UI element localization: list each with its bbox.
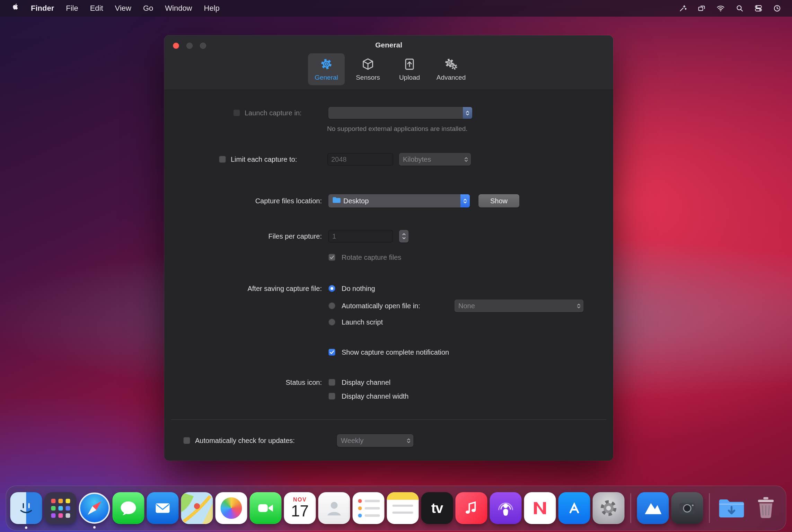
dock-icon-maps[interactable] (181, 492, 213, 524)
dock-icon-messages[interactable] (113, 492, 144, 524)
dock-icon-system-preferences[interactable] (593, 492, 625, 524)
dock-icon-calendar[interactable]: NOV 17 (284, 492, 316, 524)
dock-icon-music[interactable] (456, 492, 487, 524)
menu-go[interactable]: Go (137, 0, 159, 17)
dock-icon-reminders[interactable] (353, 492, 385, 524)
tab-advanced[interactable]: Advanced (433, 53, 469, 85)
display-channel-width-checkbox[interactable] (328, 393, 335, 400)
menu-help[interactable]: Help (198, 0, 226, 17)
launchpad-grid-icon (51, 499, 70, 518)
limit-capture-label: Limit each capture to: (231, 153, 297, 166)
open-file-in-radio[interactable] (328, 302, 335, 309)
limit-size-input[interactable] (327, 153, 393, 166)
show-button[interactable]: Show (478, 194, 519, 207)
dock-icon-podcasts[interactable] (490, 492, 522, 524)
control-center-icon[interactable] (749, 4, 768, 12)
menu-bar: Finder File Edit View Go Window Help (0, 0, 792, 17)
files-per-capture-stepper[interactable] (399, 230, 408, 242)
do-nothing-label: Do nothing (342, 282, 375, 295)
status-icon-label: Status icon: (164, 376, 322, 389)
launch-script-label: Launch script (342, 316, 383, 328)
dock-icon-notes[interactable] (387, 492, 419, 524)
launch-capture-select[interactable] (328, 107, 472, 119)
cube-icon (361, 57, 375, 72)
do-nothing-radio[interactable] (328, 285, 335, 292)
rotate-files-label: Rotate capture files (342, 251, 401, 264)
open-file-in-select[interactable]: None (455, 300, 583, 312)
menu-edit[interactable]: Edit (84, 0, 109, 17)
rotate-files-checkbox[interactable] (328, 254, 335, 261)
launch-script-radio[interactable] (328, 319, 335, 326)
dock-icon-photos[interactable] (215, 492, 247, 524)
tab-general-label: General (315, 74, 338, 81)
window-title: General (164, 41, 613, 49)
gear-icon (320, 57, 333, 72)
dock-separator (631, 493, 631, 523)
app-menu-title[interactable]: Finder (25, 0, 60, 17)
apple-logo-icon (12, 0, 19, 17)
dock-icon-tv[interactable]: tv (421, 492, 453, 524)
tab-sensors[interactable]: Sensors (350, 53, 386, 85)
spotlight-search-icon[interactable] (730, 4, 749, 12)
popup-arrows-icon (464, 157, 468, 162)
files-per-capture-input[interactable] (328, 230, 393, 242)
wifi-icon[interactable] (711, 4, 730, 12)
notes-header (387, 492, 419, 500)
menu-file[interactable]: File (60, 0, 84, 17)
preferences-toolbar: General Sensors Upload Advanced (164, 53, 613, 85)
tab-upload-label: Upload (399, 74, 420, 81)
dock: NOV 17 tv (6, 486, 786, 531)
section-divider (171, 419, 606, 420)
display-channel-width-label: Display channel width (342, 390, 408, 402)
dock-separator (709, 493, 710, 523)
calendar-day: 17 (291, 503, 309, 519)
dock-icon-facetime[interactable] (250, 492, 282, 524)
dock-icon-trash[interactable] (750, 492, 782, 524)
running-indicator (25, 526, 27, 529)
menu-window[interactable]: Window (159, 0, 198, 17)
dock-icon-news[interactable] (524, 492, 556, 524)
dock-icon-downloads[interactable] (716, 492, 748, 524)
popup-arrows-icon (460, 194, 470, 207)
tv-logo: tv (431, 500, 443, 516)
displays-icon[interactable] (692, 4, 711, 12)
dock-icon-wifi-explorer[interactable] (637, 492, 669, 524)
folder-icon (332, 197, 341, 205)
menu-bar-left: Finder File Edit View Go Window Help (6, 0, 226, 17)
gears-icon (445, 57, 458, 72)
menu-bar-status (674, 4, 786, 12)
limit-unit-select[interactable]: Kilobytes (399, 153, 471, 166)
display-channel-label: Display channel (342, 376, 390, 389)
dock-icon-contacts[interactable] (318, 492, 350, 524)
dock-icon-finder[interactable] (10, 492, 42, 524)
dock-icon-app-store[interactable] (558, 492, 590, 524)
no-external-apps-note: No supported external applications are i… (327, 125, 468, 133)
popup-arrows-icon (577, 303, 581, 309)
display-channel-checkbox[interactable] (328, 379, 335, 386)
files-per-capture-label: Files per capture: (164, 230, 322, 242)
screen-record-icon[interactable] (674, 4, 692, 12)
dock-icon-mail[interactable] (147, 492, 179, 524)
apple-menu[interactable] (6, 0, 25, 17)
dock-icon-safari[interactable] (79, 493, 110, 524)
after-saving-label: After saving capture file: (164, 282, 322, 295)
tab-general[interactable]: General (308, 53, 345, 85)
dock-icon-launchpad[interactable] (45, 492, 77, 524)
tab-advanced-label: Advanced (437, 74, 466, 81)
auto-updates-label: Automatically check for updates: (195, 434, 295, 447)
running-indicator (93, 526, 96, 529)
menu-view[interactable]: View (109, 0, 137, 17)
auto-updates-checkbox[interactable] (183, 437, 190, 444)
capture-location-select[interactable]: Desktop (328, 194, 470, 207)
dock-icon-capture-app[interactable] (671, 492, 703, 524)
update-frequency-select[interactable]: Weekly (337, 434, 413, 447)
preferences-content: Launch capture in: No supported external… (164, 90, 613, 461)
capture-notification-checkbox[interactable] (328, 349, 335, 356)
limit-capture-checkbox[interactable] (219, 156, 226, 163)
capture-location-label: Capture files location: (164, 195, 322, 207)
launch-capture-checkbox[interactable] (233, 109, 240, 116)
photos-flower-icon (221, 497, 242, 519)
upload-document-icon (403, 57, 416, 72)
tab-upload[interactable]: Upload (391, 53, 428, 85)
clock-icon[interactable] (768, 4, 786, 12)
